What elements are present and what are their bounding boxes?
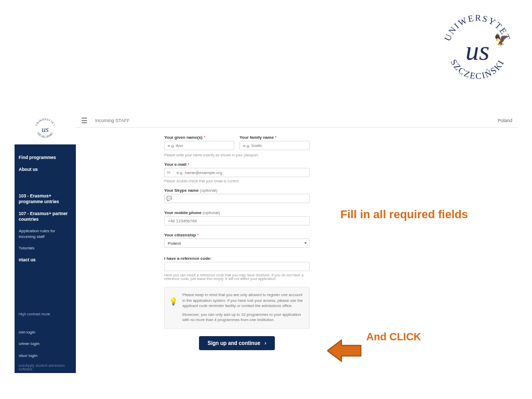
university-logo-large: UNIWERSYTET SZCZECIŃSKI us 🦅 xyxy=(438,10,516,88)
notice-box: 💡 Please keep in mind that you are only … xyxy=(164,287,310,329)
sidebar-high-contrast[interactable]: High contrast mode xyxy=(15,309,76,320)
given-name-label: Your given name(s) * xyxy=(164,135,234,140)
sidebar-footer: soloApply student admission software xyxy=(15,362,76,373)
skype-label: Your Skype name (optional) xyxy=(164,188,310,193)
chevron-right-icon: › xyxy=(264,340,266,346)
annotation-click: And CLICK xyxy=(366,331,421,343)
notice-p1: Please keep in mind that you are only al… xyxy=(182,292,304,309)
mobile-input[interactable] xyxy=(164,216,310,225)
sidebar: UNIWERSYTET SZCZECIŃSKI us Find programm… xyxy=(15,113,76,373)
svg-text:🦅: 🦅 xyxy=(494,33,509,47)
notice-p2: Moreover, you can only add up to 10 prog… xyxy=(182,312,304,323)
email-input[interactable] xyxy=(174,168,309,177)
email-help: Please double-check that your email is c… xyxy=(164,179,310,183)
sidebar-item-about-us[interactable]: About us xyxy=(15,164,76,176)
sidebar-login-partner[interactable]: ortner login xyxy=(15,338,76,350)
mobile-label: Your mobile phone (optional) xyxy=(164,210,310,215)
svg-text:us: us xyxy=(466,36,489,65)
email-icon: ✉ xyxy=(165,170,174,175)
given-name-input[interactable] xyxy=(164,141,234,150)
citizenship-select[interactable] xyxy=(164,238,310,248)
sidebar-item-tutorials[interactable]: Tutorials xyxy=(15,243,76,254)
family-name-input[interactable] xyxy=(240,141,310,150)
email-label: Your e-mail * xyxy=(164,162,310,167)
sidebar-login-advisor[interactable]: visor login xyxy=(15,350,76,362)
app-container: UNIWERSYTET SZCZECIŃSKI us Find programm… xyxy=(15,113,517,373)
reference-help: Here you can insert a reference code tha… xyxy=(164,273,310,281)
sidebar-login-admin[interactable]: min login xyxy=(15,327,76,338)
reference-label: I have a reference code: xyxy=(164,256,310,261)
topbar-country[interactable]: Poland xyxy=(498,118,512,123)
sidebar-item-app-rules[interactable]: Application rules for Incoming staff xyxy=(15,225,76,243)
reference-input[interactable] xyxy=(164,262,310,271)
skype-input[interactable] xyxy=(174,194,309,203)
topbar: ☰ Incoming STAFF Poland xyxy=(76,113,517,128)
svg-text:us: us xyxy=(42,125,49,134)
signup-button[interactable]: Sign up and continue› xyxy=(199,336,274,350)
sidebar-item-find-programmes[interactable]: Find programmes xyxy=(15,152,76,164)
lightbulb-icon: 💡 xyxy=(169,297,178,307)
citizenship-label: Your citizenship * xyxy=(164,233,310,237)
annotation-fill-fields: Fill in all required fields xyxy=(340,208,468,221)
svg-marker-7 xyxy=(327,340,361,362)
sidebar-logo: UNIWERSYTET SZCZECIŃSKI us xyxy=(15,113,76,144)
family-name-label: Your family name * xyxy=(240,135,310,140)
sidebar-item-k107[interactable]: 107 - Erasmus+ partner countries xyxy=(15,208,76,225)
skype-icon: 💬 xyxy=(165,196,174,201)
breadcrumb: Incoming STAFF xyxy=(95,118,130,123)
arrow-icon xyxy=(327,338,363,364)
signup-form: Your given name(s) * Your family name * … xyxy=(164,135,310,350)
name-help: Please write your name exactly as shown … xyxy=(164,153,310,157)
hamburger-icon[interactable]: ☰ xyxy=(81,116,88,125)
sidebar-item-contact[interactable]: ntact us xyxy=(15,254,76,266)
sidebar-item-k103[interactable]: 103 - Erasmus+ programme untries xyxy=(15,190,76,208)
